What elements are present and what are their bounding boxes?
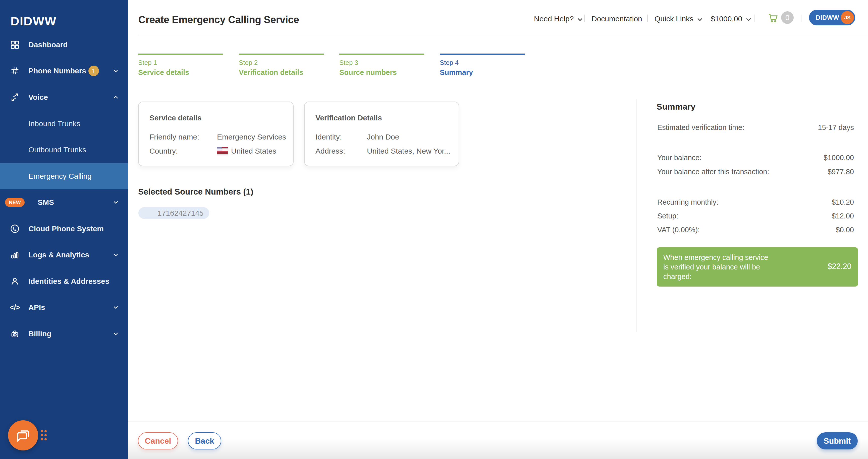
summary-value: $977.80	[828, 168, 854, 176]
header-divider-quick-links	[705, 15, 705, 22]
summary-row-recurring: Recurring monthly: $10.20	[657, 198, 854, 206]
sidebar-item-label: Voice	[28, 93, 48, 102]
header-divider	[138, 36, 868, 36]
header-divider-2	[647, 15, 648, 22]
chevron-up-icon	[112, 93, 120, 101]
sidebar-item-voice[interactable]: Voice	[0, 84, 128, 110]
cart-icon[interactable]	[768, 12, 779, 24]
address-value: United States, New Yor...	[367, 147, 450, 155]
step-2-name: Verification details	[239, 68, 324, 77]
account-button[interactable]: DIDWW JS	[809, 10, 855, 25]
content-summary-divider	[637, 99, 637, 332]
step-4-name: Summary	[440, 68, 525, 77]
country-label: Country:	[149, 147, 217, 155]
back-button[interactable]: Back	[188, 432, 221, 450]
friendly-name-label: Friendly name:	[149, 133, 217, 141]
source-number-pill: 17162427145	[138, 207, 209, 219]
header-divider-3	[754, 15, 755, 22]
phone-circle-icon	[10, 224, 20, 233]
sidebar-item-identities-addresses[interactable]: Identities & Addresses	[0, 268, 128, 294]
chevron-down-icon	[696, 15, 704, 24]
summary-label: Your balance:	[657, 153, 702, 162]
chat-icon	[16, 428, 31, 443]
sidebar-item-logs-analytics[interactable]: Logs & Analytics	[0, 242, 128, 268]
phone-numbers-badge: 1	[88, 66, 99, 76]
step-1-number: Step 1	[138, 59, 223, 67]
summary-row-setup: Setup: $12.00	[657, 212, 854, 220]
charge-note-box: When emergency calling service is verifi…	[657, 247, 858, 287]
address-label: Address:	[315, 147, 367, 155]
balance-label: $1000.00	[711, 15, 742, 23]
summary-value: $0.00	[836, 226, 854, 234]
sidebar-item-label: Identities & Addresses	[28, 277, 109, 286]
sidebar-item-label: SMS	[38, 198, 54, 207]
chevron-down-icon	[576, 15, 584, 24]
sidebar: DIDWW Dashboard Phone Numbers 1 Voice In…	[0, 0, 128, 459]
step-3-name: Source numbers	[339, 68, 424, 77]
sidebar-item-apis[interactable]: </> APIs	[0, 294, 128, 320]
header-divider-4	[801, 15, 801, 22]
bar-chart-icon	[10, 250, 20, 260]
sidebar-item-sms[interactable]: NEW SMS	[0, 189, 128, 216]
summary-label: Setup:	[657, 212, 678, 220]
chevron-down-icon	[112, 251, 120, 259]
step-4: Step 4 Summary	[440, 54, 525, 77]
balance-menu[interactable]: $1000.00	[711, 1, 753, 36]
sidebar-item-cloud-phone-system[interactable]: Cloud Phone System	[0, 216, 128, 242]
cart-count-badge: 0	[781, 11, 794, 24]
avatar: JS	[841, 11, 854, 24]
charge-note-text: When emergency calling service is verifi…	[663, 253, 768, 281]
chevron-down-icon	[112, 67, 120, 75]
us-flag-icon	[217, 147, 228, 155]
didww-logo[interactable]: DIDWW	[10, 14, 57, 28]
quick-links-menu[interactable]: Quick Links	[654, 1, 704, 36]
sidebar-item-label: Outbound Trunks	[28, 146, 86, 154]
chevron-down-icon	[112, 330, 120, 338]
submit-button[interactable]: Submit	[817, 432, 858, 450]
sidebar-item-label: Logs & Analytics	[28, 251, 89, 259]
cancel-button[interactable]: Cancel	[138, 432, 178, 450]
summary-row-verification-time: Estimated verification time: 15-17 days	[657, 123, 854, 132]
drag-dots-icon[interactable]	[41, 430, 47, 441]
chevron-down-icon	[112, 304, 120, 311]
friendly-name-value: Emergency Services	[217, 133, 286, 141]
chevron-down-icon	[744, 15, 753, 24]
identity-value: John Doe	[367, 133, 399, 141]
charge-value: $22.20	[828, 262, 851, 271]
sidebar-item-outbound-trunks[interactable]: Outbound Trunks	[0, 137, 128, 163]
summary-row-balance: Your balance: $1000.00	[657, 153, 854, 162]
step-3-number: Step 3	[339, 59, 424, 67]
documentation-link[interactable]: Documentation	[591, 1, 642, 36]
sidebar-item-dashboard[interactable]: Dashboard	[0, 32, 128, 58]
summary-row-vat: VAT (0.00%): $0.00	[657, 226, 854, 234]
step-1-name: Service details	[138, 68, 223, 77]
summary-row-balance-after: Your balance after this transaction: $97…	[657, 168, 854, 176]
code-icon: </>	[10, 303, 20, 312]
step-4-bar	[440, 54, 525, 55]
sidebar-item-label: Dashboard	[28, 40, 68, 49]
quick-links-label: Quick Links	[654, 15, 693, 23]
sidebar-item-label: Billing	[28, 329, 52, 338]
new-badge: NEW	[5, 198, 25, 207]
brand-label: DIDWW	[816, 14, 839, 21]
step-3: Step 3 Source numbers	[339, 54, 424, 77]
sidebar-item-inbound-trunks[interactable]: Inbound Trunks	[0, 111, 128, 137]
voice-icon	[10, 92, 20, 102]
sidebar-item-billing[interactable]: $ Billing	[0, 321, 128, 347]
verification-card-title: Verification Details	[315, 114, 382, 122]
need-help-menu[interactable]: Need Help?	[534, 1, 584, 36]
summary-value: $1000.00	[824, 153, 854, 162]
selected-source-numbers-heading: Selected Source Numbers (1)	[138, 187, 253, 197]
sidebar-item-label: APIs	[28, 303, 45, 312]
chat-button[interactable]	[8, 420, 38, 451]
sidebar-item-emergency-calling[interactable]: Emergency Calling	[0, 163, 128, 189]
identity-label: Identity:	[315, 133, 367, 141]
footer	[128, 422, 868, 459]
dashboard-icon	[10, 40, 20, 50]
verification-details-card: Verification Details Identity: John Doe …	[304, 102, 459, 166]
billing-icon: $	[10, 329, 20, 339]
svg-text:$: $	[14, 333, 16, 336]
header-divider-1	[584, 15, 585, 22]
summary-label: Estimated verification time:	[657, 123, 744, 132]
sidebar-item-phone-numbers[interactable]: Phone Numbers 1	[0, 58, 128, 84]
